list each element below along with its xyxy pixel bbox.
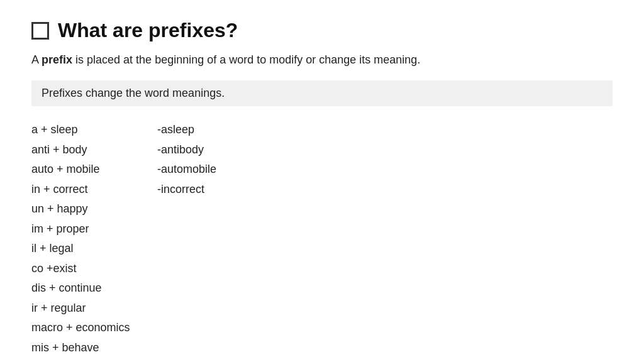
example-row: mal + practice (31, 358, 613, 362)
example-right: incorrect (161, 180, 204, 200)
example-left: dis + continue (31, 278, 157, 299)
example-row: co +exist (31, 259, 613, 279)
example-row: in + correct- incorrect (31, 180, 613, 200)
example-row: anti + body- antibody (31, 140, 613, 160)
example-row: macro + economics (31, 318, 613, 338)
example-left: co +exist (31, 259, 157, 279)
example-left: macro + economics (31, 318, 157, 338)
examples-section: a + sleep - asleepanti + body- antibodya… (31, 120, 613, 362)
example-row: auto + mobile- automobile (31, 160, 613, 180)
example-left: il + legal (31, 239, 157, 259)
title-row: What are prefixes? (31, 19, 613, 42)
example-row: a + sleep - asleep (31, 120, 613, 140)
example-left: mal + practice (31, 358, 157, 362)
example-left: in + correct (31, 180, 157, 200)
subtitle: A prefix is placed at the beginning of a… (31, 53, 613, 67)
example-left: ir + regular (31, 299, 157, 319)
example-row: un + happy (31, 199, 613, 219)
example-left: a + sleep (31, 120, 157, 140)
checkbox-icon (31, 22, 49, 40)
example-row: im + proper (31, 219, 613, 239)
subtitle-prefix: A (31, 53, 42, 66)
example-left: auto + mobile (31, 160, 157, 180)
example-left: un + happy (31, 199, 157, 219)
page-title: What are prefixes? (58, 19, 238, 42)
example-right: asleep (161, 120, 194, 140)
example-right: antibody (161, 140, 204, 160)
subtitle-rest: is placed at the beginning of a word to … (72, 53, 420, 66)
example-row: dis + continue (31, 278, 613, 299)
subtitle-bold: prefix (42, 53, 72, 66)
example-left: im + proper (31, 219, 157, 239)
example-left: mis + behave (31, 338, 157, 358)
example-row: il + legal (31, 239, 613, 259)
example-left: anti + body (31, 140, 157, 160)
example-row: ir + regular (31, 299, 613, 319)
example-right: automobile (161, 160, 216, 180)
example-row: mis + behave (31, 338, 613, 358)
intro-box: Prefixes change the word meanings. (31, 80, 613, 106)
